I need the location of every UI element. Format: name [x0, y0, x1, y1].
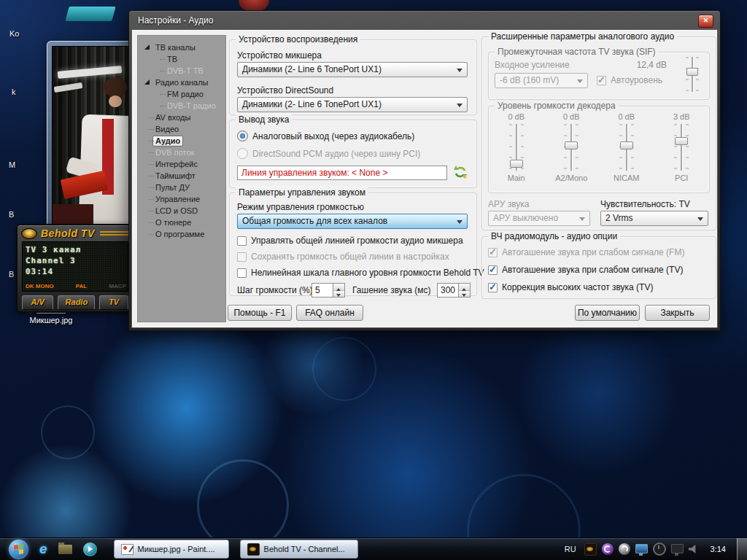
mute-time-spinner[interactable]: 300: [437, 283, 471, 298]
sidebar-item-av-inputs[interactable]: AV входы: [138, 112, 225, 123]
sidebar-item-remote[interactable]: Пульт ДУ: [138, 182, 225, 193]
sif-gain-slider: [686, 57, 699, 92]
sidebar-item-tv[interactable]: ТВ: [138, 53, 225, 65]
start-button[interactable]: [9, 540, 28, 559]
tree-expander-icon[interactable]: [144, 79, 150, 85]
windows-flag-icon: [14, 544, 23, 554]
tv-scene-lamp: [58, 66, 122, 79]
defaults-button[interactable]: По умолчанию: [575, 305, 640, 321]
tray-volume-icon[interactable]: [689, 545, 698, 553]
directsound-device-combo[interactable]: Динамики (2- Line 6 TonePort UX1): [237, 97, 468, 112]
group-sound-output: Вывод звука Аналоговый выход (через ауди…: [229, 120, 477, 188]
skin-radio-button[interactable]: Radio: [58, 295, 95, 310]
refresh-icon[interactable]: [453, 165, 468, 179]
sidebar-item-lcd-osd[interactable]: LCD и OSD: [138, 205, 225, 217]
sidebar-item-timeshift[interactable]: Таймшифт: [138, 170, 225, 182]
checkbox-unchecked-icon[interactable]: [237, 236, 247, 246]
sidebar-item-about-tuner[interactable]: О тюнере: [138, 217, 225, 228]
agc-combo: АРУ выключено: [488, 211, 590, 226]
close-button[interactable]: Закрыть: [645, 305, 710, 321]
sound-control-line-field[interactable]: Линия управления звуком: < None >: [237, 166, 447, 180]
checkbox-nonlinear-scale[interactable]: Нелинейная шкала главного уровня громкос…: [237, 268, 484, 278]
checkbox-unchecked-icon[interactable]: [237, 268, 247, 278]
skin-av-button[interactable]: A/V: [22, 295, 53, 310]
dialog-content: ТВ каналы ТВ DVB-T ТВ Радио каналы FM ра…: [132, 30, 717, 327]
language-indicator[interactable]: RU: [565, 545, 576, 553]
spin-down-icon[interactable]: [333, 291, 344, 298]
sidebar-item-tv-channels[interactable]: ТВ каналы: [138, 42, 225, 53]
tray-clock-app-icon[interactable]: [653, 542, 666, 556]
checkbox-autolevel: Автоуровень: [597, 75, 662, 85]
radio-selected-icon[interactable]: [237, 131, 248, 141]
sidebar-item-fm-radio[interactable]: FM радио: [138, 88, 225, 100]
checkbox-hf-correction[interactable]: Коррекция высоких частот звука (TV): [488, 282, 653, 292]
tray-swirl-app-icon[interactable]: [619, 543, 630, 555]
close-icon[interactable]: ✕: [698, 15, 713, 28]
sidebar-item-about-program[interactable]: О программе: [138, 228, 225, 240]
desktop-icon-label-partial[interactable]: B: [9, 270, 14, 279]
lcd-indicator-dk-mono: DK MONO: [26, 283, 54, 289]
spin-up-icon[interactable]: [459, 284, 470, 291]
task-button-behold-tv[interactable]: Behold TV - Channel...: [240, 540, 358, 559]
skin-header: Behold TV: [18, 225, 133, 241]
lcd-indicator-pal: PAL: [76, 283, 87, 289]
slider-column-a2mono: 0 dB A2/Mono: [544, 112, 600, 182]
skin-tv-button[interactable]: TV: [99, 295, 128, 310]
tree-expander-icon[interactable]: [144, 44, 150, 50]
mixer-device-label: Устройство микшера: [237, 50, 322, 61]
checkbox-automute-fm: Автогашение звука при слабом сигнале (FM…: [488, 247, 684, 257]
tray-display-icon[interactable]: [635, 544, 648, 553]
explorer-folder-icon[interactable]: [58, 545, 72, 554]
tray-behold-tv-icon[interactable]: [584, 543, 597, 556]
help-button[interactable]: Помощь - F1: [228, 305, 292, 321]
volume-mode-combo[interactable]: Общая громкость для всех каналов: [237, 214, 468, 229]
mixer-device-combo[interactable]: Динамики (2- Line 6 TonePort UX1): [237, 62, 468, 77]
checkbox-checked-icon[interactable]: [488, 265, 498, 275]
faq-button[interactable]: FAQ онлайн: [296, 305, 363, 321]
checkbox-control-mixer-line[interactable]: Управлять общей линией громкости аудио м…: [237, 236, 463, 246]
lcd-channel-label: Channel 3: [26, 255, 125, 266]
spin-up-icon[interactable]: [333, 284, 344, 291]
sensitivity-combo[interactable]: 2 Vrms: [600, 211, 708, 226]
sidebar-item-dvbt-radio: DVB-T радио: [138, 100, 225, 112]
checkbox-disabled-checked-icon: [488, 248, 498, 257]
media-player-icon[interactable]: [83, 542, 97, 556]
agc-label: АРУ звука: [488, 199, 530, 209]
behold-tv-skin-window[interactable]: Behold TV TV 3 канал Channel 3 03:14 DK …: [16, 224, 134, 313]
tray-network-icon[interactable]: [671, 544, 684, 553]
group-sif: Промежуточная частота TV звука (SIF) Вхо…: [488, 52, 710, 100]
checkbox-automute-tv[interactable]: Автогашение звука при слабом сигнале (TV…: [488, 265, 683, 275]
system-tray: RU 3:14: [565, 538, 747, 560]
sidebar-item-interface[interactable]: Интерфейс: [138, 158, 225, 170]
checkbox-checked-icon[interactable]: [488, 283, 498, 292]
gain-db-value: 12,4 dB: [637, 60, 667, 70]
directsound-device-label: Устройство DirectSound: [237, 85, 333, 96]
desktop-icon-label-partial[interactable]: Ko: [9, 29, 19, 38]
mute-time-label: Гашение звука (мс): [352, 285, 431, 295]
sidebar-item-audio-selected[interactable]: Аудио: [138, 135, 225, 147]
skin-lcd-display: TV 3 канал Channel 3 03:14 DK MONO PAL M…: [22, 241, 128, 292]
show-desktop-button[interactable]: [737, 538, 747, 560]
group-decoder-volume: Уровень громкости декодера 0 dB Main 0 d…: [488, 106, 710, 193]
desktop-icon-label-partial[interactable]: M: [9, 160, 15, 169]
sidebar-item-radio-channels[interactable]: Радио каналы: [138, 77, 225, 88]
tv-scene-person: [104, 77, 127, 96]
sidebar-item-control[interactable]: Управление: [138, 193, 225, 205]
volume-mode-label: Режим управления громкостью: [237, 202, 364, 212]
tv-scene-person: [109, 96, 122, 107]
behold-logo-icon: [21, 228, 37, 239]
sidebar-item-video[interactable]: Видео: [138, 123, 225, 135]
group-rf-module: ВЧ радиомодуль - аудио опции Автогашение…: [481, 236, 716, 299]
internet-explorer-icon[interactable]: e: [39, 539, 47, 559]
spin-down-icon[interactable]: [459, 291, 470, 298]
task-button-paint[interactable]: Микшер.jpg - Paint....: [114, 540, 229, 559]
clock[interactable]: 3:14: [711, 545, 726, 553]
tray-purple-app-icon[interactable]: [602, 543, 614, 555]
desktop-icon-label-partial[interactable]: B: [9, 210, 14, 219]
desktop-icon-label-partial[interactable]: k: [12, 88, 16, 96]
radio-analog-output[interactable]: Аналоговый выход (через аудиокабель): [237, 131, 414, 141]
sidebar-item-dvbt-tv: DVB-T ТВ: [138, 65, 225, 77]
volume-step-spinner[interactable]: 5: [311, 283, 345, 298]
decoder-slider-a2mono: [564, 124, 578, 171]
settings-dialog: Настройки - Аудио ✕ ТВ каналы ТВ DVB-T Т…: [128, 10, 721, 331]
